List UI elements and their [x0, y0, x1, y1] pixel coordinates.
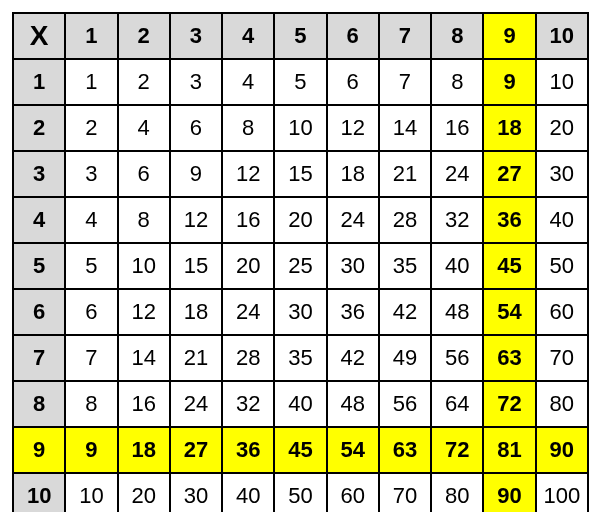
cell-5-6: 30 [327, 243, 379, 289]
cell-10-1: 10 [65, 473, 117, 512]
col-header-2: 2 [118, 13, 170, 59]
cell-3-2: 6 [118, 151, 170, 197]
table-row: 77142128354249566370 [13, 335, 588, 381]
cell-3-8: 24 [431, 151, 483, 197]
cell-2-7: 14 [379, 105, 431, 151]
cell-1-8: 8 [431, 59, 483, 105]
multiplication-table: X123456789101123456789102246810121416182… [12, 12, 589, 512]
col-header-9: 9 [483, 13, 535, 59]
col-header-10: 10 [536, 13, 588, 59]
col-header-8: 8 [431, 13, 483, 59]
cell-2-8: 16 [431, 105, 483, 151]
cell-4-9: 36 [483, 197, 535, 243]
cell-10-4: 40 [222, 473, 274, 512]
col-header-7: 7 [379, 13, 431, 59]
cell-4-7: 28 [379, 197, 431, 243]
cell-4-3: 12 [170, 197, 222, 243]
cell-9-8: 72 [431, 427, 483, 473]
cell-1-2: 2 [118, 59, 170, 105]
col-header-5: 5 [274, 13, 326, 59]
cell-9-6: 54 [327, 427, 379, 473]
cell-4-5: 20 [274, 197, 326, 243]
cell-4-10: 40 [536, 197, 588, 243]
cell-8-6: 48 [327, 381, 379, 427]
cell-1-4: 4 [222, 59, 274, 105]
cell-10-10: 100 [536, 473, 588, 512]
row-header-3: 3 [13, 151, 65, 197]
cell-7-7: 49 [379, 335, 431, 381]
table-row: 336912151821242730 [13, 151, 588, 197]
cell-7-5: 35 [274, 335, 326, 381]
cell-8-4: 32 [222, 381, 274, 427]
cell-9-10: 90 [536, 427, 588, 473]
cell-10-6: 60 [327, 473, 379, 512]
cell-6-6: 36 [327, 289, 379, 335]
cell-3-9: 27 [483, 151, 535, 197]
col-header-3: 3 [170, 13, 222, 59]
cell-6-4: 24 [222, 289, 274, 335]
cell-8-8: 64 [431, 381, 483, 427]
cell-2-3: 6 [170, 105, 222, 151]
cell-2-6: 12 [327, 105, 379, 151]
cell-5-3: 15 [170, 243, 222, 289]
cell-7-3: 21 [170, 335, 222, 381]
cell-8-9: 72 [483, 381, 535, 427]
cell-7-2: 14 [118, 335, 170, 381]
cell-6-7: 42 [379, 289, 431, 335]
cell-2-1: 2 [65, 105, 117, 151]
cell-3-1: 3 [65, 151, 117, 197]
cell-8-1: 8 [65, 381, 117, 427]
cell-4-4: 16 [222, 197, 274, 243]
cell-5-1: 5 [65, 243, 117, 289]
cell-9-9: 81 [483, 427, 535, 473]
cell-8-5: 40 [274, 381, 326, 427]
cell-6-8: 48 [431, 289, 483, 335]
cell-1-7: 7 [379, 59, 431, 105]
cell-1-10: 10 [536, 59, 588, 105]
cell-9-4: 36 [222, 427, 274, 473]
cell-6-3: 18 [170, 289, 222, 335]
row-header-8: 8 [13, 381, 65, 427]
table-row: 88162432404856647280 [13, 381, 588, 427]
col-header-6: 6 [327, 13, 379, 59]
cell-4-1: 4 [65, 197, 117, 243]
table-row: 10102030405060708090100 [13, 473, 588, 512]
cell-6-10: 60 [536, 289, 588, 335]
row-header-2: 2 [13, 105, 65, 151]
corner-cell: X [13, 13, 65, 59]
col-header-4: 4 [222, 13, 274, 59]
cell-4-2: 8 [118, 197, 170, 243]
table-row: 66121824303642485460 [13, 289, 588, 335]
cell-3-7: 21 [379, 151, 431, 197]
cell-5-4: 20 [222, 243, 274, 289]
cell-7-10: 70 [536, 335, 588, 381]
cell-8-10: 80 [536, 381, 588, 427]
row-header-10: 10 [13, 473, 65, 512]
cell-3-5: 15 [274, 151, 326, 197]
row-header-4: 4 [13, 197, 65, 243]
cell-5-8: 40 [431, 243, 483, 289]
row-header-5: 5 [13, 243, 65, 289]
cell-3-3: 9 [170, 151, 222, 197]
table-row: 112345678910 [13, 59, 588, 105]
col-header-1: 1 [65, 13, 117, 59]
cell-1-5: 5 [274, 59, 326, 105]
cell-7-8: 56 [431, 335, 483, 381]
cell-7-6: 42 [327, 335, 379, 381]
cell-1-1: 1 [65, 59, 117, 105]
cell-5-2: 10 [118, 243, 170, 289]
cell-8-2: 16 [118, 381, 170, 427]
cell-7-4: 28 [222, 335, 274, 381]
cell-10-9: 90 [483, 473, 535, 512]
cell-5-5: 25 [274, 243, 326, 289]
cell-10-5: 50 [274, 473, 326, 512]
cell-3-6: 18 [327, 151, 379, 197]
cell-8-3: 24 [170, 381, 222, 427]
cell-4-6: 24 [327, 197, 379, 243]
table-row: 55101520253035404550 [13, 243, 588, 289]
table-row: 4481216202428323640 [13, 197, 588, 243]
cell-1-3: 3 [170, 59, 222, 105]
cell-9-3: 27 [170, 427, 222, 473]
cell-9-1: 9 [65, 427, 117, 473]
cell-6-5: 30 [274, 289, 326, 335]
